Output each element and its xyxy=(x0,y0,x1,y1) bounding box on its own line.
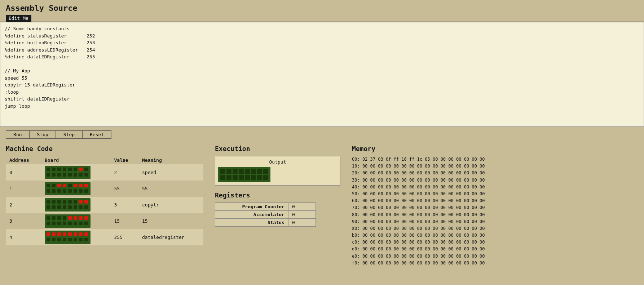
led xyxy=(68,232,72,236)
led xyxy=(52,200,56,204)
led xyxy=(74,232,77,236)
memory-line: 90: 00 00 00 00 00 00 00 00 00 00 00 00 … xyxy=(352,218,638,225)
led xyxy=(79,200,83,204)
register-name: Status xyxy=(215,219,288,227)
output-box: Output xyxy=(215,156,340,186)
col-address: Address xyxy=(6,156,41,164)
led xyxy=(74,173,77,177)
toolbar: Run Stop Step Reset xyxy=(0,128,644,141)
memory-line: 40: 00 00 00 00 00 00 00 00 00 00 00 00 … xyxy=(352,184,638,191)
output-led xyxy=(239,169,244,174)
memory-line: 50: 00 00 00 00 00 00 00 00 00 00 00 00 … xyxy=(352,191,638,197)
memory-panel: Memory 00: 02 37 03 0f ff 16 ff 1c 05 00… xyxy=(346,145,644,267)
led xyxy=(74,238,77,241)
led xyxy=(79,168,83,171)
table-row: 15555 xyxy=(6,181,203,197)
cell-meaning: copylr xyxy=(138,197,203,213)
cell-address: 3 xyxy=(6,213,41,229)
led xyxy=(68,200,72,204)
led xyxy=(52,232,56,236)
memory-line: 70: 00 00 00 00 00 00 00 00 00 00 00 00 … xyxy=(352,204,638,211)
led xyxy=(84,189,88,193)
output-led xyxy=(226,175,231,180)
cell-board xyxy=(41,164,111,181)
cell-board xyxy=(41,181,111,197)
led xyxy=(57,238,61,241)
cell-value: 3 xyxy=(111,197,138,213)
table-row: 23copylr xyxy=(6,197,203,213)
led xyxy=(68,205,72,209)
code-editor[interactable] xyxy=(0,22,644,127)
led xyxy=(52,238,56,241)
led xyxy=(47,200,50,204)
led xyxy=(47,232,50,236)
led xyxy=(57,184,61,187)
led xyxy=(68,238,72,241)
reset-button[interactable]: Reset xyxy=(82,130,111,139)
register-row: Program Counter0 xyxy=(215,203,316,211)
memory-line: 30: 00 00 00 00 00 00 00 00 00 00 00 00 … xyxy=(352,177,638,184)
led xyxy=(63,205,66,209)
output-led xyxy=(233,169,238,174)
cell-value: 255 xyxy=(111,229,138,245)
led xyxy=(84,216,88,220)
cell-meaning: 55 xyxy=(138,181,203,197)
registers-table: Program Counter0Accumulator0Status0 xyxy=(215,202,316,227)
led xyxy=(74,200,77,204)
memory-line: b0: 00 00 00 00 00 00 00 00 00 00 00 00 … xyxy=(352,232,638,239)
run-button[interactable]: Run xyxy=(6,130,29,139)
led xyxy=(84,205,88,209)
led xyxy=(79,238,83,241)
col-meaning: Meaning xyxy=(138,156,203,164)
output-led xyxy=(245,175,250,180)
col-value: Value xyxy=(111,156,138,164)
output-led xyxy=(263,169,268,174)
table-row: 4255dataledregister xyxy=(6,229,203,245)
led xyxy=(47,216,50,220)
led xyxy=(57,173,61,177)
led-board xyxy=(45,166,91,179)
led xyxy=(63,168,66,171)
cell-value: 15 xyxy=(111,213,138,229)
register-row: Accumulator0 xyxy=(215,211,316,219)
register-name: Program Counter xyxy=(215,203,288,211)
output-led xyxy=(226,169,231,174)
led xyxy=(57,205,61,209)
output-led xyxy=(233,175,238,180)
output-led xyxy=(220,175,225,180)
led xyxy=(52,184,56,187)
step-button[interactable]: Step xyxy=(56,130,82,139)
led xyxy=(74,168,77,171)
bottom-section: Machine Code Address Board Value Meaning… xyxy=(0,141,644,267)
led xyxy=(68,189,72,193)
led xyxy=(84,168,88,171)
page-title: Assembly Source xyxy=(0,0,644,15)
led xyxy=(68,222,72,225)
register-value: 0 xyxy=(288,203,316,211)
led xyxy=(74,222,77,225)
led xyxy=(57,216,61,220)
led xyxy=(68,173,72,177)
led xyxy=(84,173,88,177)
table-row: 31515 xyxy=(6,213,203,229)
memory-line: e0: 00 00 00 00 00 00 00 00 00 00 00 00 … xyxy=(352,253,638,260)
memory-line: d0: 00 00 00 00 00 00 00 00 00 00 00 00 … xyxy=(352,246,638,253)
memory-title: Memory xyxy=(352,145,638,152)
cell-meaning: 15 xyxy=(138,213,203,229)
led xyxy=(57,232,61,236)
memory-line: 20: 00 00 00 00 00 00 00 00 00 00 00 00 … xyxy=(352,170,638,177)
output-led xyxy=(251,169,256,174)
led-board xyxy=(45,198,91,211)
stop-button[interactable]: Stop xyxy=(29,130,56,139)
cell-meaning: dataledregister xyxy=(138,229,203,245)
edit-me-tab[interactable]: Edit Me xyxy=(6,15,31,22)
led xyxy=(47,189,50,193)
output-led xyxy=(263,175,268,180)
output-led xyxy=(220,169,225,174)
memory-line: 00: 02 37 03 0f ff 16 ff 1c 05 00 00 00 … xyxy=(352,156,638,163)
led xyxy=(79,189,83,193)
led-board xyxy=(45,214,91,228)
led xyxy=(63,238,66,241)
register-value: 0 xyxy=(288,211,316,219)
registers-title: Registers xyxy=(215,191,340,199)
